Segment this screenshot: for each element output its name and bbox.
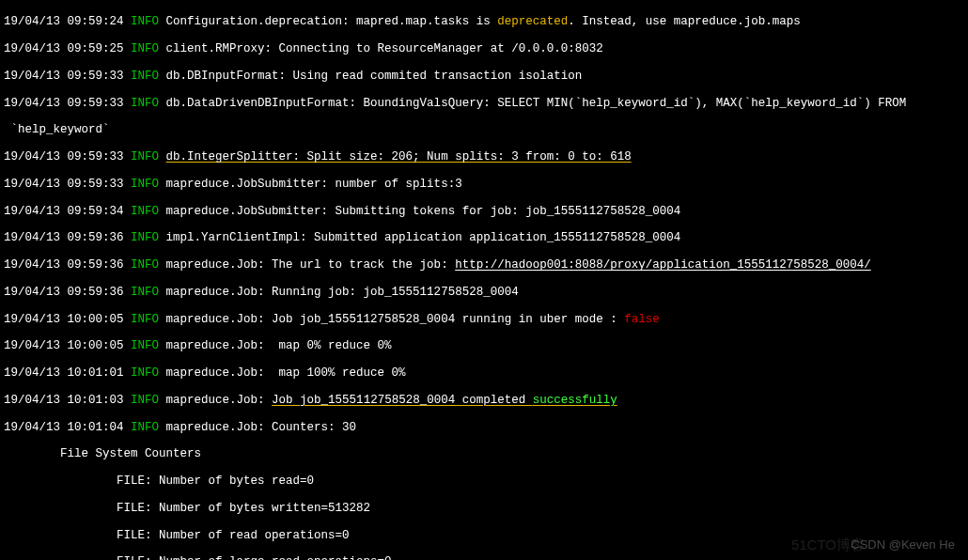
log-line: 19/04/13 09:59:33 INFO db.DBInputFormat:… bbox=[4, 70, 964, 83]
status-success: successfully bbox=[533, 394, 617, 407]
counter-line: FILE: Number of large read operations=0 bbox=[4, 555, 964, 560]
job-completed: Job job_1555112758528_0004 completed bbox=[272, 394, 533, 407]
log-line: 19/04/13 10:01:04 INFO mapreduce.Job: Co… bbox=[4, 421, 964, 434]
log-line: 19/04/13 09:59:36 INFO mapreduce.Job: Ru… bbox=[4, 286, 964, 299]
split-info: db.IntegerSplitter: Split size: 206; Num… bbox=[166, 150, 632, 163]
terminal-output: 19/04/13 09:59:24 INFO Configuration.dep… bbox=[0, 0, 968, 560]
tracking-url[interactable]: http://hadoop001:8088/proxy/application_… bbox=[455, 258, 871, 272]
log-line-continuation: `help_keyword` bbox=[4, 123, 964, 136]
counter-group-fs: File System Counters bbox=[4, 447, 964, 460]
log-line: 19/04/13 10:00:05 INFO mapreduce.Job: Jo… bbox=[4, 313, 964, 326]
log-line: 19/04/13 09:59:36 INFO impl.YarnClientIm… bbox=[4, 231, 964, 244]
log-line: 19/04/13 10:01:01 INFO mapreduce.Job: ma… bbox=[4, 366, 964, 380]
log-line: 19/04/13 09:59:24 INFO Configuration.dep… bbox=[4, 15, 964, 28]
deprecated-flag: deprecated bbox=[497, 15, 568, 28]
log-line: 19/04/13 09:59:34 INFO mapreduce.JobSubm… bbox=[4, 205, 964, 218]
counter-line: FILE: Number of bytes written=513282 bbox=[4, 502, 964, 515]
log-line: 19/04/13 10:00:05 INFO mapreduce.Job: ma… bbox=[4, 339, 964, 352]
counter-line: FILE: Number of bytes read=0 bbox=[4, 474, 964, 488]
log-line: 19/04/13 09:59:25 INFO client.RMProxy: C… bbox=[4, 42, 964, 55]
log-line: 19/04/13 10:01:03 INFO mapreduce.Job: Jo… bbox=[4, 394, 964, 407]
level-info: INFO bbox=[131, 15, 159, 28]
log-line: 19/04/13 09:59:33 INFO db.IntegerSplitte… bbox=[4, 150, 964, 163]
log-line: 19/04/13 09:59:33 INFO mapreduce.JobSubm… bbox=[4, 178, 964, 191]
watermark: CSDN @Keven He bbox=[851, 538, 955, 552]
uber-mode-false: false bbox=[624, 313, 660, 326]
log-line: 19/04/13 09:59:33 INFO db.DataDrivenDBIn… bbox=[4, 97, 964, 110]
log-line: 19/04/13 09:59:36 INFO mapreduce.Job: Th… bbox=[4, 258, 964, 272]
